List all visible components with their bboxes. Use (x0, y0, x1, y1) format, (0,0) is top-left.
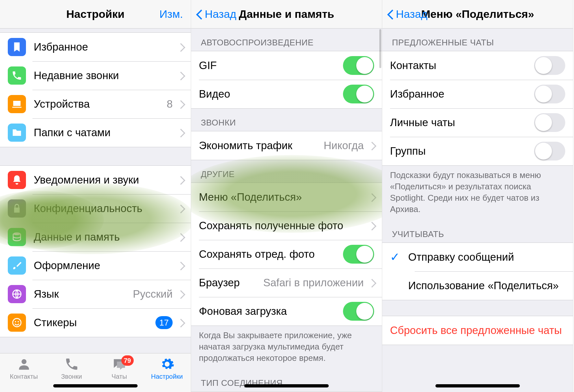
row-label: Браузер (199, 277, 259, 289)
svg-point-7 (21, 359, 26, 364)
row-label: Контакты (390, 59, 530, 72)
globe-icon (8, 285, 26, 303)
tab-label: Контакты (10, 373, 38, 380)
tab-chats[interactable]: 79 Чаты (95, 357, 143, 380)
content: ПРЕДЛОЖЕННЫЕ ЧАТЫ Контакты Избранное Лич… (382, 29, 573, 392)
section-header-connection: ТИП СОЕДИНЕНИЯ (191, 369, 382, 391)
row-label: Использование «Поделиться» (408, 279, 565, 292)
row-save-data[interactable]: Экономить трафик Никогда (191, 131, 382, 160)
contact-icon (17, 357, 31, 372)
row-label: Личные чаты (390, 116, 530, 129)
row-label: Папки с чатами (34, 126, 173, 139)
chevron-left-icon (196, 8, 203, 20)
row-sending[interactable]: ✓ Отправку сообщений (382, 243, 573, 271)
group-autoplay: GIF Видео (191, 51, 382, 109)
toggle-private[interactable] (534, 113, 565, 132)
row-save-edited[interactable]: Сохранять отред. фото (191, 240, 382, 268)
row-appearance[interactable]: Оформление (0, 251, 191, 280)
group-consider: ✓ Отправку сообщений ✓ Использование «По… (382, 243, 573, 300)
row-data-storage[interactable]: Данные и память (0, 223, 191, 251)
row-save-incoming[interactable]: Сохранять полученные фото (191, 211, 382, 240)
edit-button[interactable]: Изм. (159, 8, 183, 20)
row-label: Группы (390, 145, 530, 157)
tab-calls[interactable]: Звонки (48, 357, 95, 380)
row-share-use[interactable]: ✓ Использование «Поделиться» (382, 271, 573, 300)
row-gif[interactable]: GIF (191, 51, 382, 80)
database-icon (8, 228, 26, 246)
row-value: Русский (133, 288, 173, 300)
group-calls: Экономить трафик Никогда (191, 131, 382, 160)
row-value: 8 (167, 98, 173, 110)
toggle-video[interactable] (343, 85, 374, 103)
tab-settings[interactable]: Настройки (143, 357, 191, 380)
back-button[interactable]: Назад (196, 8, 236, 20)
row-reset[interactable]: Сбросить все предложенные чаты (382, 316, 573, 345)
row-devices[interactable]: Устройства 8 (0, 90, 191, 118)
svg-point-4 (18, 321, 19, 322)
group-reset: Сбросить все предложенные чаты (382, 316, 573, 345)
laptop-icon (8, 95, 26, 113)
chevron-right-icon (178, 128, 183, 137)
row-label: Избранное (34, 41, 173, 53)
row-label: Меню «Поделиться» (199, 191, 364, 203)
row-privacy[interactable]: Конфиденциальность (0, 194, 191, 223)
navbar: Настройки Изм. (0, 0, 191, 29)
navbar: Назад Данные и память (191, 0, 382, 29)
row-share-menu[interactable]: Меню «Поделиться» (191, 183, 382, 211)
share-menu-screen: Назад Меню «Поделиться» ПРЕДЛОЖЕННЫЕ ЧАТ… (382, 0, 573, 392)
row-chat-folders[interactable]: Папки с чатами (0, 118, 191, 147)
group-other: Меню «Поделиться» Сохранять полученные ф… (191, 183, 382, 326)
home-indicator (435, 384, 520, 387)
toggle-save-edited[interactable] (343, 245, 374, 264)
tab-label: Звонки (61, 373, 82, 380)
row-label: Стикеры (34, 316, 152, 329)
svg-point-0 (13, 232, 21, 235)
tab-label: Чаты (112, 373, 127, 380)
badge: 17 (155, 316, 173, 329)
section-header-autoplay: АВТОВОСПРОИЗВЕДЕНИЕ (191, 29, 382, 51)
tab-badge: 79 (121, 355, 134, 366)
row-private[interactable]: Личные чаты (382, 108, 573, 137)
row-label: Видео (199, 88, 339, 100)
chevron-right-icon (369, 141, 374, 150)
section-footer: Когда Вы закрываете приложение, уже нача… (191, 326, 382, 369)
row-notifications[interactable]: Уведомления и звуки (0, 166, 191, 194)
gear-icon (160, 357, 175, 372)
chevron-right-icon (178, 175, 183, 184)
row-contacts[interactable]: Контакты (382, 51, 573, 80)
row-favorites[interactable]: Избранное (382, 80, 573, 108)
row-favorites[interactable]: Избранное (0, 33, 191, 61)
toggle-contacts[interactable] (534, 56, 565, 75)
row-label: Сохранять отред. фото (199, 248, 339, 260)
tab-contacts[interactable]: Контакты (0, 357, 48, 380)
toggle-favorites[interactable] (534, 85, 565, 103)
tab-label: Настройки (151, 373, 183, 380)
toggle-groups[interactable] (534, 142, 565, 160)
phone-icon (8, 66, 26, 85)
section-footer: Подсказки будут показываться в меню «Под… (382, 166, 573, 220)
bell-icon (8, 171, 26, 189)
settings-group-general: Избранное Недавние звонки Устройства 8 (0, 32, 191, 147)
back-label: Назад (396, 8, 427, 20)
section-header-calls: ЗВОНКИ (191, 109, 382, 131)
row-browser[interactable]: Браузер Safari в приложении (191, 268, 382, 297)
row-bg-download[interactable]: Фоновая загрузка (191, 297, 382, 326)
row-label: Язык (34, 288, 129, 300)
toggle-bg-download[interactable] (343, 302, 374, 321)
row-video[interactable]: Видео (191, 80, 382, 108)
row-label: Сбросить все предложенные чаты (390, 324, 565, 337)
row-groups[interactable]: Группы (382, 137, 573, 165)
phone-icon (64, 357, 79, 372)
toggle-gif[interactable] (343, 56, 374, 75)
row-label: Конфиденциальность (34, 202, 173, 215)
content: АВТОВОСПРОИЗВЕДЕНИЕ GIF Видео ЗВОНКИ Эко… (191, 29, 382, 392)
chevron-right-icon (178, 232, 183, 242)
navbar: Назад Меню «Поделиться» (382, 0, 573, 29)
row-label: Уведомления и звуки (34, 174, 173, 186)
row-recent-calls[interactable]: Недавние звонки (0, 61, 191, 90)
lock-icon (8, 199, 26, 218)
row-language[interactable]: Язык Русский (0, 280, 191, 308)
sticker-icon (8, 314, 26, 332)
row-stickers[interactable]: Стикеры 17 (0, 308, 191, 337)
back-button[interactable]: Назад (387, 8, 427, 20)
